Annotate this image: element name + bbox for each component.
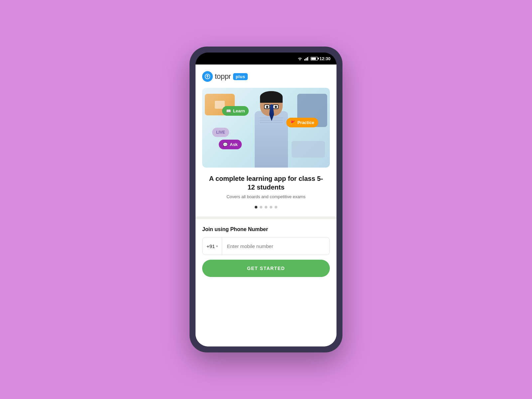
dot-1[interactable]: [255, 206, 257, 208]
dot-4[interactable]: [270, 206, 272, 208]
badge-practice: 🚩 Practice: [286, 118, 318, 127]
svg-rect-1: [306, 58, 307, 61]
app-screen: toppr plus: [196, 65, 336, 346]
status-time: 12:30: [320, 56, 331, 61]
chat-icon: 💬: [223, 142, 228, 147]
join-section: Join using Phone Number +91 ▾ GET STARTE…: [196, 219, 336, 346]
book-icon: 📖: [226, 109, 231, 113]
status-bar: 12:30: [196, 53, 336, 65]
status-icons: 12:30: [297, 56, 331, 61]
dot-5[interactable]: [275, 206, 277, 208]
country-code-selector[interactable]: +91 ▾: [202, 237, 222, 255]
badge-learn: 📖 Learn: [222, 106, 249, 116]
hero-section: toppr plus: [196, 65, 336, 216]
phone-input-row[interactable]: +91 ▾: [202, 237, 330, 255]
student-figure: [245, 94, 298, 168]
phone-device: 12:30 toppr plus: [190, 47, 342, 352]
carousel-dots[interactable]: [202, 206, 330, 208]
battery-icon: [311, 57, 318, 61]
headline-section: A complete learning app for class 5-12 s…: [202, 174, 330, 204]
join-title: Join using Phone Number: [202, 226, 330, 232]
headline-title: A complete learning app for class 5-12 s…: [205, 174, 327, 192]
plus-badge: plus: [233, 73, 248, 80]
badge-live: LIVE: [212, 128, 229, 137]
svg-rect-0: [304, 59, 305, 61]
brand-name: toppr: [215, 72, 231, 81]
section-divider: [196, 216, 336, 219]
dot-3[interactable]: [265, 206, 267, 208]
dot-2[interactable]: [260, 206, 262, 208]
phone-screen: 12:30 toppr plus: [196, 53, 336, 346]
country-code-text: +91: [206, 243, 215, 249]
svg-rect-3: [308, 57, 309, 61]
svg-rect-2: [307, 57, 308, 61]
chevron-down-icon: ▾: [216, 244, 218, 248]
signal-icon: [304, 57, 309, 61]
headline-subtitle: Covers all boards and competitive exams: [205, 194, 327, 199]
flag-icon: 🚩: [290, 120, 295, 125]
logo-row: toppr plus: [202, 71, 330, 82]
phone-number-input[interactable]: [222, 237, 330, 255]
badge-ask: 💬 Ask: [219, 140, 242, 149]
get-started-button[interactable]: GET STARTED: [202, 260, 330, 277]
wifi-icon: [297, 57, 303, 61]
carousel-area[interactable]: 📖 Learn 🚩 Practice LIVE 💬 Ask: [202, 88, 330, 168]
toppr-logo-icon: [202, 71, 213, 82]
